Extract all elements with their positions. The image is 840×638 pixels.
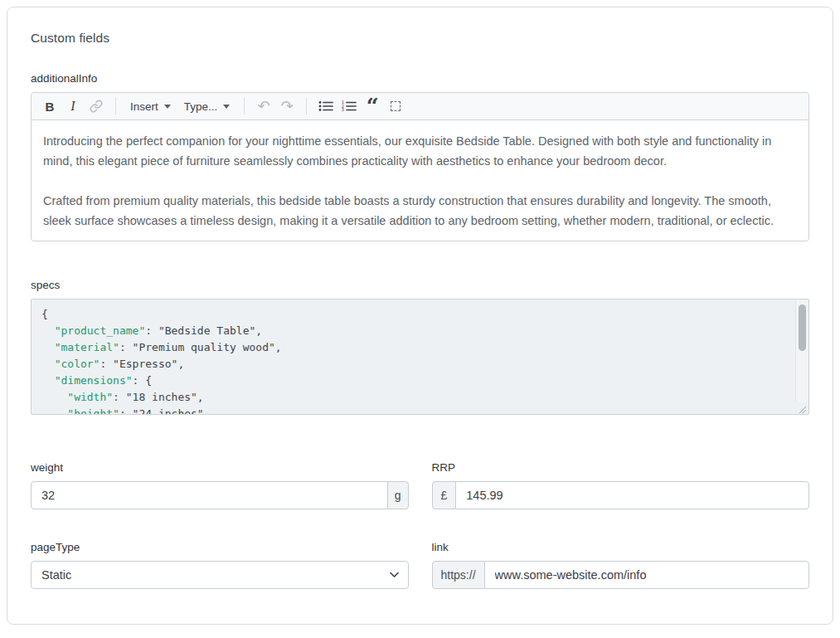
italic-button[interactable]: I [62, 95, 84, 117]
vertical-scrollbar[interactable] [795, 300, 808, 402]
additional-info-label: additionalInfo [31, 72, 809, 85]
toolbar-divider [115, 98, 116, 114]
scrollbar-thumb[interactable] [799, 304, 806, 351]
fields-grid: weight g RRP £ pageType Static [31, 461, 809, 589]
bullet-list-icon [318, 100, 333, 112]
bullet-list-button[interactable] [315, 95, 337, 117]
code-line: "width": "18 inches", [41, 389, 789, 406]
undo-button[interactable]: ↶ [253, 95, 274, 117]
link-field: link https:// [432, 541, 810, 589]
page-type-select[interactable]: Static [31, 561, 409, 589]
editor-toolbar: B I Insert Type... ↶ ↷ [32, 93, 808, 120]
rrp-field: RRP £ [432, 461, 810, 509]
horizontal-rule-button[interactable] [385, 95, 406, 117]
resize-handle-icon[interactable] [797, 402, 807, 412]
weight-unit-addon: g [387, 481, 409, 509]
blockquote-icon: “ [367, 98, 379, 114]
caret-down-icon [164, 105, 171, 109]
insert-dropdown[interactable]: Insert [124, 95, 177, 117]
link-icon [90, 100, 103, 113]
insert-dropdown-label: Insert [130, 100, 158, 113]
protocol-addon: https:// [432, 561, 485, 589]
rich-text-editor: B I Insert Type... ↶ ↷ [31, 92, 809, 241]
link-label: link [432, 541, 810, 553]
type-dropdown[interactable]: Type... [177, 95, 237, 117]
bold-button[interactable]: B [39, 95, 61, 117]
numbered-list-button[interactable]: 123 [338, 95, 360, 117]
code-line: "material": "Premium quality wood", [41, 339, 789, 356]
numbered-list-icon: 123 [342, 100, 357, 112]
page-type-label: pageType [31, 541, 409, 553]
custom-fields-card: Custom fields additionalInfo B I Insert … [7, 7, 833, 625]
weight-label: weight [31, 461, 409, 474]
rrp-input[interactable] [455, 481, 809, 509]
type-dropdown-label: Type... [184, 100, 218, 113]
page-type-field: pageType Static [31, 541, 409, 589]
code-line: { [41, 306, 789, 323]
caret-down-icon [223, 105, 230, 109]
code-line: "product_name": "Bedside Table", [41, 323, 789, 339]
specs-label: specs [31, 279, 809, 291]
editor-paragraph: Crafted from premium quality materials, … [43, 191, 796, 231]
weight-field: weight g [31, 461, 409, 509]
code-line: "dimensions": { [41, 373, 789, 389]
rrp-label: RRP [432, 461, 810, 474]
dashed-box-icon [391, 101, 401, 111]
svg-text:3: 3 [342, 107, 344, 112]
code-line: "height": "24 inches" [41, 406, 789, 415]
blockquote-button[interactable]: “ [362, 95, 383, 117]
link-button[interactable] [85, 95, 107, 117]
toolbar-divider [306, 98, 307, 114]
specs-textarea[interactable]: { "product_name": "Bedside Table", "mate… [31, 299, 809, 415]
editor-content[interactable]: Introducing the perfect companion for yo… [32, 120, 808, 241]
toolbar-divider [244, 98, 245, 114]
code-line: "color": "Espresso", [41, 356, 789, 373]
currency-addon: £ [432, 481, 457, 509]
link-input[interactable] [484, 561, 809, 589]
editor-paragraph: Introducing the perfect companion for yo… [43, 131, 796, 171]
redo-button[interactable]: ↷ [276, 95, 298, 117]
weight-input[interactable] [31, 481, 388, 509]
card-title: Custom fields [31, 31, 809, 46]
